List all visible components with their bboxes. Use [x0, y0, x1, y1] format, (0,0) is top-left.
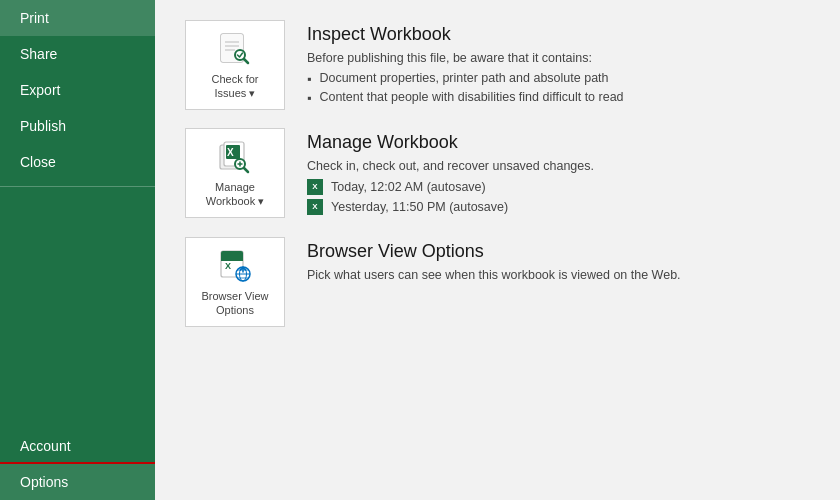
inspect-workbook-section: Check forIssues ▾ Inspect Workbook Befor…: [185, 20, 810, 110]
inspect-workbook-title: Inspect Workbook: [307, 24, 810, 45]
browser-view-icon: X: [217, 247, 253, 283]
manage-workbook-title: Manage Workbook: [307, 132, 810, 153]
sidebar-item-print[interactable]: Print: [0, 0, 155, 36]
bullet-square-2: ▪: [307, 91, 311, 105]
svg-line-6: [244, 59, 248, 63]
browser-view-button[interactable]: X Browser ViewOptions: [185, 237, 285, 327]
sidebar-item-share[interactable]: Share: [0, 36, 155, 72]
sidebar-item-options[interactable]: Options: [0, 464, 155, 500]
manage-workbook-desc: Check in, check out, and recover unsaved…: [307, 159, 810, 173]
browser-view-title: Browser View Options: [307, 241, 810, 262]
excel-icon-2: X: [307, 199, 323, 215]
excel-icon-1: X: [307, 179, 323, 195]
bullet-item-2: ▪ Content that people with disabilities …: [307, 90, 810, 105]
browser-view-section: X Browser ViewOptions Browser View Optio…: [185, 237, 810, 327]
sidebar: Print Share Export Publish Close Account…: [0, 0, 155, 500]
bullet-square-1: ▪: [307, 72, 311, 86]
check-for-issues-button[interactable]: Check forIssues ▾: [185, 20, 285, 110]
svg-text:X: X: [227, 147, 234, 158]
check-issues-icon: [217, 30, 253, 66]
sidebar-item-close[interactable]: Close: [0, 144, 155, 180]
manage-workbook-icon: X: [217, 138, 253, 174]
browser-view-text: Browser View Options Pick what users can…: [307, 237, 810, 288]
browser-view-label: Browser ViewOptions: [201, 289, 268, 318]
inspect-workbook-desc: Before publishing this file, be aware th…: [307, 51, 810, 65]
check-for-issues-label: Check forIssues ▾: [211, 72, 258, 101]
svg-line-12: [244, 168, 248, 172]
sidebar-item-publish[interactable]: Publish: [0, 108, 155, 144]
file-item-yesterday[interactable]: X Yesterday, 11:50 PM (autosave): [307, 199, 810, 215]
manage-workbook-text: Manage Workbook Check in, check out, and…: [307, 128, 810, 219]
sidebar-divider: [0, 186, 155, 187]
sidebar-item-account[interactable]: Account: [0, 428, 155, 464]
inspect-workbook-text: Inspect Workbook Before publishing this …: [307, 20, 810, 109]
bullet-item-1: ▪ Document properties, printer path and …: [307, 71, 810, 86]
svg-text:X: X: [225, 261, 231, 271]
sidebar-bottom-section: Account Options: [0, 428, 155, 500]
sidebar-item-export[interactable]: Export: [0, 72, 155, 108]
browser-view-desc: Pick what users can see when this workbo…: [307, 268, 810, 282]
main-content: Check forIssues ▾ Inspect Workbook Befor…: [155, 0, 840, 500]
manage-workbook-label: ManageWorkbook ▾: [206, 180, 264, 209]
file-item-today[interactable]: X Today, 12:02 AM (autosave): [307, 179, 810, 195]
manage-workbook-button[interactable]: X ManageWorkbook ▾: [185, 128, 285, 218]
manage-workbook-section: X ManageWorkbook ▾ Manage Workbook Check…: [185, 128, 810, 219]
